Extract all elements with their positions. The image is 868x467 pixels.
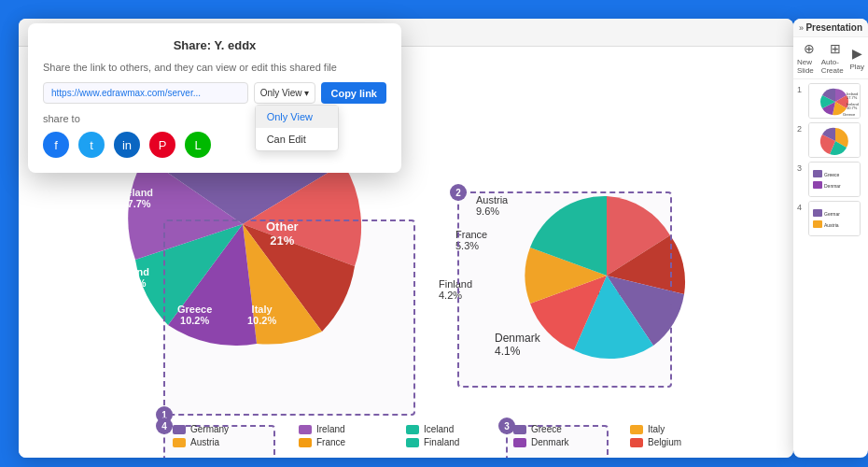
label-ireland: Ireland 17.7%	[119, 187, 153, 209]
svg-rect-10	[813, 181, 822, 189]
legend-italy-belgium: Italy Belgium	[630, 424, 681, 450]
social-facebook[interactable]: f	[43, 132, 69, 158]
new-slide-icon: ⊕	[804, 41, 815, 56]
legend-item-germany: Germany	[173, 424, 229, 434]
legend-item-iceland-entry: Iceland	[406, 424, 459, 434]
legend-color-germany	[173, 425, 186, 434]
slide-item-1[interactable]: 1 Ireland 17.7% Iceland 10.7% Greece	[797, 83, 864, 119]
legend-color-austria	[173, 438, 186, 447]
slide-item-4[interactable]: 4 Germar Austria	[797, 201, 864, 236]
social-twitter[interactable]: t	[78, 132, 105, 158]
copy-link-button[interactable]: Copy link	[321, 82, 386, 104]
slide-item-3[interactable]: 3 Greece Denmar	[797, 162, 864, 197]
label-iceland: Iceland 10.7%	[114, 266, 149, 289]
slide-number-1: 1	[797, 83, 805, 94]
svg-rect-8	[813, 170, 822, 177]
legend-color-france	[299, 438, 312, 447]
legend-color-italy	[630, 425, 643, 434]
modal-description: Share the link to others, and they can v…	[43, 62, 386, 73]
slide-list: 1 Ireland 17.7% Iceland 10.7% Greece	[793, 79, 868, 458]
panel-tools: ⊕ New Slide ⊞ Auto-Create ▶ Play	[793, 37, 868, 79]
svg-rect-12	[809, 202, 861, 236]
slide-item-2[interactable]: 2	[797, 122, 864, 158]
legend-item-france: France	[299, 437, 345, 447]
slide-thumb-3[interactable]: Greece Denmar	[808, 162, 861, 197]
svg-text:Germar: Germar	[824, 211, 840, 217]
panel-header: » Presentation	[793, 19, 868, 37]
new-slide-btn[interactable]: ⊕ New Slide	[797, 41, 821, 75]
chevron-down-icon: ▾	[304, 88, 309, 98]
auto-create-label: Auto-Create	[821, 58, 850, 75]
legend-3: Greece Denmark	[513, 424, 569, 450]
legend-color-denmark	[513, 438, 526, 447]
social-pinterest[interactable]: P	[149, 132, 175, 158]
slide-thumb-2[interactable]	[808, 122, 861, 158]
svg-rect-7	[809, 163, 861, 197]
slide-number-2: 2	[797, 122, 805, 134]
svg-text:Austria: Austria	[824, 222, 839, 228]
auto-create-btn[interactable]: ⊞ Auto-Create	[821, 41, 850, 75]
legend-color-greece	[513, 425, 526, 434]
modal-title: Share: Y. eddx	[43, 38, 386, 52]
badge-4: 4	[156, 417, 173, 434]
svg-rect-15	[813, 220, 822, 228]
dropdown-only-view[interactable]: Only View	[256, 106, 338, 128]
legend-item-finaland: Finaland	[406, 437, 459, 447]
auto-create-icon: ⊞	[830, 41, 841, 56]
play-icon: ▶	[852, 46, 862, 61]
legend-color-finaland	[406, 438, 419, 447]
legend-mid: Ireland France	[299, 424, 345, 450]
view-select-value: Only View	[260, 88, 302, 98]
svg-text:10.7%: 10.7%	[847, 106, 858, 110]
panel-expand-icon[interactable]: »	[799, 23, 804, 33]
view-select[interactable]: Only View ▾ Only View Can Edit	[254, 82, 316, 104]
social-linkedin[interactable]: in	[114, 132, 140, 158]
share-modal: Share: Y. eddx Share the link to others,…	[28, 23, 401, 173]
legend-color-belgium	[630, 438, 643, 447]
right-panel: » Presentation ⊕ New Slide ⊞ Auto-Create…	[793, 19, 868, 458]
legend-item-denmark: Denmark	[513, 437, 569, 447]
new-slide-label: New Slide	[797, 58, 821, 75]
legend-color-iceland	[406, 425, 419, 434]
modal-link-input[interactable]	[43, 82, 248, 104]
svg-rect-13	[813, 209, 822, 217]
view-dropdown: Only View Can Edit	[255, 105, 339, 151]
legend-item-greece: Greece	[513, 424, 569, 434]
play-btn[interactable]: ▶ Play	[849, 46, 864, 71]
legend-4: Germany Austria	[173, 424, 229, 450]
dropdown-can-edit[interactable]: Can Edit	[256, 128, 338, 150]
play-label: Play	[849, 63, 864, 71]
selection-box-1: 1	[163, 219, 415, 416]
slide-thumb-1[interactable]: Ireland 17.7% Iceland 10.7% Greece	[808, 83, 861, 119]
legend-item-austria: Austria	[173, 437, 229, 447]
selection-box-2: 2	[457, 191, 672, 388]
svg-text:Denmar: Denmar	[824, 183, 841, 189]
svg-text:17.7%: 17.7%	[847, 95, 858, 100]
slide-number-3: 3	[797, 162, 805, 173]
slide-thumb-4[interactable]: Germar Austria	[808, 201, 861, 236]
svg-text:Greece: Greece	[843, 112, 856, 117]
legend-iceland: Iceland Finaland	[406, 424, 459, 450]
slide-number-4: 4	[797, 201, 805, 212]
modal-link-row: Only View ▾ Only View Can Edit Copy link	[43, 82, 386, 104]
social-line[interactable]: L	[185, 132, 211, 158]
legend-color-ireland	[299, 425, 312, 434]
legend-item-ireland: Ireland	[299, 424, 345, 434]
legend-item-italy: Italy	[630, 424, 681, 434]
legend-item-belgium: Belgium	[630, 437, 681, 447]
svg-text:Greece: Greece	[824, 172, 840, 177]
badge-2: 2	[450, 184, 467, 201]
panel-title: Presentation	[805, 22, 862, 33]
